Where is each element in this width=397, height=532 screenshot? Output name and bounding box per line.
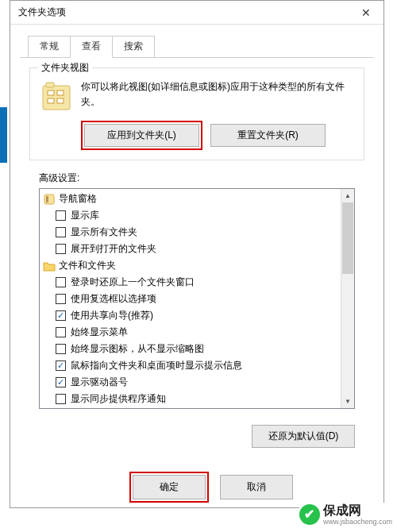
advanced-settings-label: 高级设置: <box>39 172 355 185</box>
advanced-settings-tree[interactable]: 导航窗格显示库显示所有文件夹展开到打开的文件夹文件和文件夹登录时还原上一个文件夹… <box>40 189 341 408</box>
watermark: ✔ 保成网 www.jsbaocheng.com <box>299 503 392 526</box>
left-edge-decoration <box>0 107 7 163</box>
close-button[interactable]: ✕ <box>348 1 384 24</box>
advanced-settings-list: 导航窗格显示库显示所有文件夹展开到打开的文件夹文件和文件夹登录时还原上一个文件夹… <box>39 188 355 409</box>
tree-checkbox-item[interactable]: ✓鼠标指向文件夹和桌面项时显示提示信息 <box>40 357 341 374</box>
ok-button[interactable]: 确定 <box>133 475 206 499</box>
svg-rect-4 <box>48 98 54 103</box>
restore-defaults-button[interactable]: 还原为默认值(D) <box>252 425 355 448</box>
tree-checkbox-item[interactable]: 登录时还原上一个文件夹窗口 <box>40 274 341 291</box>
tree-checkbox-item[interactable]: 始终显示菜单 <box>40 324 341 341</box>
tree-checkbox-item[interactable]: 显示同步提供程序通知 <box>40 391 341 407</box>
tab-panel-view: 文件夹视图 你可以将此视图(如详细信息或图标)应用于这种类型的所有文件夹。 应用… <box>20 57 374 448</box>
folder-views-group: 文件夹视图 你可以将此视图(如详细信息或图标)应用于这种类型的所有文件夹。 应用… <box>29 67 364 160</box>
titlebar: 文件夹选项 ✕ <box>10 1 384 25</box>
svg-rect-2 <box>48 91 54 95</box>
checkbox-icon[interactable]: ✓ <box>56 377 66 387</box>
checkbox-icon[interactable] <box>56 277 66 287</box>
tree-item-label: 导航窗格 <box>59 192 97 206</box>
watermark-url: www.jsbaocheng.com <box>323 518 392 526</box>
checkbox-icon[interactable] <box>56 327 66 337</box>
checkbox-icon[interactable] <box>56 344 66 354</box>
reset-folders-button[interactable]: 重置文件夹(R) <box>210 124 326 147</box>
checkbox-icon[interactable] <box>56 394 66 404</box>
tree-item-label: 使用共享向导(推荐) <box>71 309 153 322</box>
svg-rect-0 <box>43 86 70 110</box>
scrollbar[interactable]: ▲ ▼ <box>341 189 354 408</box>
watermark-name: 保成网 <box>323 503 392 519</box>
folder-options-dialog: 文件夹选项 ✕ 常规 查看 搜索 文件夹视图 <box>10 0 384 508</box>
tree-item-label: 登录时还原上一个文件夹窗口 <box>71 276 195 289</box>
window-title: 文件夹选项 <box>18 6 66 19</box>
tree-checkbox-item[interactable]: 显示库 <box>40 207 341 224</box>
folder-views-description: 你可以将此视图(如详细信息或图标)应用于这种类型的所有文件夹。 <box>81 79 354 114</box>
tree-item-label: 始终显示菜单 <box>71 326 128 339</box>
tree-item-label: 显示库 <box>71 209 99 222</box>
apply-to-folders-button[interactable]: 应用到文件夹(L) <box>84 124 199 147</box>
tree-item-label: 显示驱动器号 <box>71 376 128 389</box>
scroll-down-button[interactable]: ▼ <box>341 395 354 408</box>
dialog-footer: 确定 取消 <box>10 475 384 499</box>
scroll-up-button[interactable]: ▲ <box>341 189 354 202</box>
tree-group: 文件和文件夹 <box>40 257 341 274</box>
tree-item-label: 显示同步提供程序通知 <box>71 392 166 406</box>
svg-rect-3 <box>57 91 64 95</box>
tab-search[interactable]: 搜索 <box>112 36 155 57</box>
tree-checkbox-item[interactable]: 显示所有文件夹 <box>40 224 341 241</box>
tree-checkbox-item[interactable]: 始终显示图标，从不显示缩略图 <box>40 341 341 357</box>
tree-item-label: 始终显示图标，从不显示缩略图 <box>71 342 204 356</box>
navigation-pane-icon <box>43 193 56 206</box>
close-icon: ✕ <box>361 6 371 19</box>
checkbox-icon[interactable] <box>56 244 66 254</box>
checkbox-icon[interactable]: ✓ <box>56 360 66 371</box>
svg-rect-5 <box>57 98 64 103</box>
watermark-badge-icon: ✔ <box>299 504 320 525</box>
tree-checkbox-item[interactable]: 使用复选框以选择项 <box>40 291 341 307</box>
checkbox-icon[interactable] <box>56 210 66 221</box>
tree-item-label: 鼠标指向文件夹和桌面项时显示提示信息 <box>71 359 242 372</box>
tree-checkbox-item[interactable]: ✓显示驱动器号 <box>40 374 341 391</box>
checkbox-icon[interactable] <box>56 294 66 304</box>
tab-row: 常规 查看 搜索 <box>28 36 384 57</box>
tree-item-label: 使用复选框以选择项 <box>71 292 156 306</box>
checkbox-icon[interactable] <box>56 227 66 237</box>
cancel-button[interactable]: 取消 <box>220 475 293 499</box>
folder-views-group-label: 文件夹视图 <box>38 61 92 75</box>
tab-general[interactable]: 常规 <box>28 36 71 57</box>
scroll-thumb[interactable] <box>342 202 353 274</box>
svg-rect-1 <box>46 83 54 87</box>
tree-group: 导航窗格 <box>40 191 341 207</box>
svg-rect-6 <box>44 195 54 204</box>
folder-views-icon <box>40 81 73 114</box>
tree-checkbox-item[interactable]: ✓使用共享向导(推荐) <box>40 307 341 324</box>
tab-view[interactable]: 查看 <box>70 36 113 58</box>
tree-item-label: 文件和文件夹 <box>59 259 116 272</box>
checkbox-icon[interactable]: ✓ <box>56 310 66 321</box>
folder-icon <box>43 260 56 272</box>
svg-rect-7 <box>46 196 48 202</box>
tree-checkbox-item[interactable]: 展开到打开的文件夹 <box>40 241 341 257</box>
tree-item-label: 显示所有文件夹 <box>71 226 137 239</box>
tree-item-label: 展开到打开的文件夹 <box>71 242 156 256</box>
